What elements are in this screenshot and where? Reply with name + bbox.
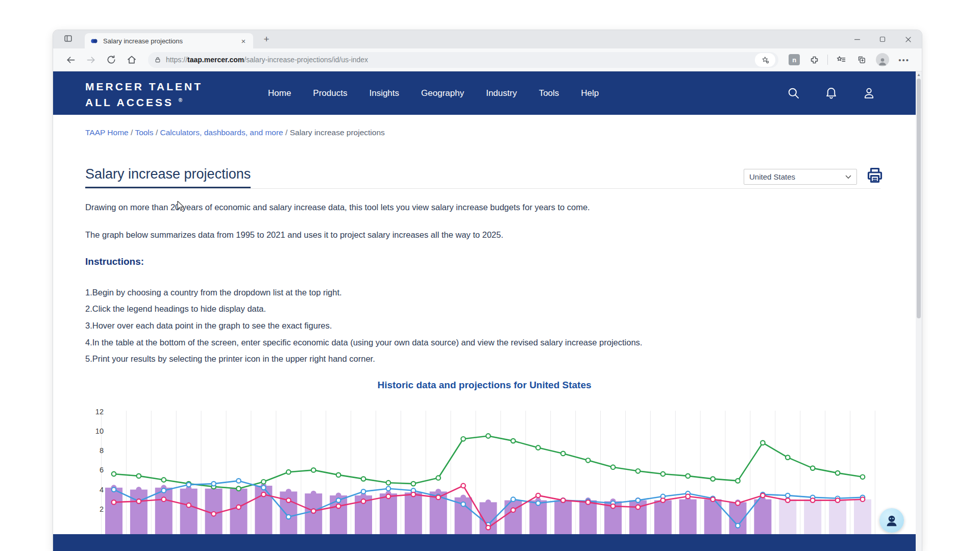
data-point[interactable] xyxy=(511,497,516,502)
bar[interactable] xyxy=(854,499,871,534)
breadcrumb-taap-home[interactable]: TAAP Home xyxy=(85,128,129,137)
data-point[interactable] xyxy=(261,486,266,490)
data-point[interactable] xyxy=(511,508,516,512)
mercer-taap-logo[interactable]: MERCER TALENT ALL ACCESS ® xyxy=(85,80,203,109)
menu-insights[interactable]: Insights xyxy=(369,88,399,98)
data-point[interactable] xyxy=(386,494,391,499)
data-point[interactable] xyxy=(761,493,765,498)
bar-cap[interactable] xyxy=(311,491,316,496)
bar-cap[interactable] xyxy=(485,499,491,505)
back-icon[interactable] xyxy=(63,52,78,67)
data-point[interactable] xyxy=(511,439,516,443)
bar-cap[interactable] xyxy=(286,489,291,494)
data-point[interactable] xyxy=(361,489,366,494)
bar[interactable] xyxy=(305,493,322,534)
data-point[interactable] xyxy=(486,525,491,530)
address-bar[interactable]: https://taap.mercer.com/salary-increase-… xyxy=(148,52,778,68)
data-point[interactable] xyxy=(786,493,790,498)
data-point[interactable] xyxy=(685,494,690,499)
bar[interactable] xyxy=(130,490,148,534)
bell-icon[interactable] xyxy=(824,86,838,100)
bar[interactable] xyxy=(105,488,122,534)
data-point[interactable] xyxy=(162,478,166,482)
data-point[interactable] xyxy=(736,501,740,506)
data-point[interactable] xyxy=(411,492,416,497)
data-point[interactable] xyxy=(211,482,216,486)
data-point[interactable] xyxy=(386,481,391,485)
data-point[interactable] xyxy=(561,452,566,456)
data-point[interactable] xyxy=(236,505,241,510)
bar-cap[interactable] xyxy=(460,494,466,500)
tab-close-icon[interactable]: × xyxy=(239,37,248,45)
bar[interactable] xyxy=(230,489,248,534)
bar[interactable] xyxy=(380,493,397,534)
bar[interactable] xyxy=(180,489,198,534)
more-options-icon[interactable]: ••• xyxy=(898,56,910,64)
bar[interactable] xyxy=(804,499,821,534)
data-point[interactable] xyxy=(286,498,291,503)
refresh-icon[interactable] xyxy=(104,52,119,67)
data-point[interactable] xyxy=(536,501,541,506)
data-point[interactable] xyxy=(736,523,740,528)
bar[interactable] xyxy=(779,499,796,534)
data-point[interactable] xyxy=(586,458,591,463)
data-point[interactable] xyxy=(561,498,566,503)
chat-widget-button[interactable] xyxy=(879,508,904,533)
data-point[interactable] xyxy=(436,495,440,500)
data-point[interactable] xyxy=(112,472,116,477)
data-point[interactable] xyxy=(436,475,440,480)
menu-geography[interactable]: Geography xyxy=(421,88,464,98)
data-point[interactable] xyxy=(685,474,690,479)
data-point[interactable] xyxy=(811,498,815,503)
data-point[interactable] xyxy=(710,497,715,502)
scrollbar-thumb[interactable] xyxy=(917,79,921,318)
data-point[interactable] xyxy=(661,498,666,503)
bar[interactable] xyxy=(155,488,173,534)
data-point[interactable] xyxy=(361,499,366,504)
data-point[interactable] xyxy=(211,512,216,516)
data-point[interactable] xyxy=(861,475,865,480)
n-extension-icon[interactable]: n xyxy=(789,54,800,65)
vertical-scrollbar[interactable]: ▲ xyxy=(916,71,922,551)
bar[interactable] xyxy=(679,499,697,534)
bar[interactable] xyxy=(754,499,771,534)
data-point[interactable] xyxy=(236,486,241,491)
data-point[interactable] xyxy=(461,437,465,441)
menu-products[interactable]: Products xyxy=(313,88,347,98)
new-tab-button[interactable]: + xyxy=(259,32,274,46)
data-point[interactable] xyxy=(761,441,765,445)
home-icon[interactable] xyxy=(124,52,139,67)
data-point[interactable] xyxy=(611,504,616,509)
data-point[interactable] xyxy=(386,486,391,491)
collections-icon[interactable] xyxy=(854,52,869,67)
data-point[interactable] xyxy=(811,466,815,470)
data-point[interactable] xyxy=(411,482,416,486)
data-point[interactable] xyxy=(786,498,790,503)
forward-icon[interactable] xyxy=(83,52,99,67)
bar[interactable] xyxy=(405,492,422,534)
data-point[interactable] xyxy=(311,468,316,472)
data-point[interactable] xyxy=(286,470,291,474)
bar-cap[interactable] xyxy=(435,489,441,494)
data-point[interactable] xyxy=(710,477,715,481)
favorites-icon[interactable] xyxy=(834,52,849,67)
extensions-icon[interactable] xyxy=(806,52,822,67)
close-icon[interactable] xyxy=(897,32,919,47)
maximize-icon[interactable] xyxy=(872,32,893,47)
minimize-icon[interactable] xyxy=(846,32,868,47)
bar-cap[interactable] xyxy=(136,487,141,492)
data-point[interactable] xyxy=(162,497,166,502)
tab-layout-button[interactable] xyxy=(61,33,75,45)
data-point[interactable] xyxy=(536,445,541,450)
menu-help[interactable]: Help xyxy=(581,88,599,98)
salary-chart[interactable]: 24681012 xyxy=(84,406,916,534)
bar[interactable] xyxy=(829,499,846,534)
breadcrumb-tools[interactable]: Tools xyxy=(135,128,153,137)
data-point[interactable] xyxy=(836,471,840,475)
data-point[interactable] xyxy=(836,498,840,503)
data-point[interactable] xyxy=(162,488,166,493)
data-point[interactable] xyxy=(311,509,316,513)
country-select[interactable]: United States xyxy=(744,169,857,185)
data-point[interactable] xyxy=(186,503,191,508)
data-point[interactable] xyxy=(861,497,865,502)
